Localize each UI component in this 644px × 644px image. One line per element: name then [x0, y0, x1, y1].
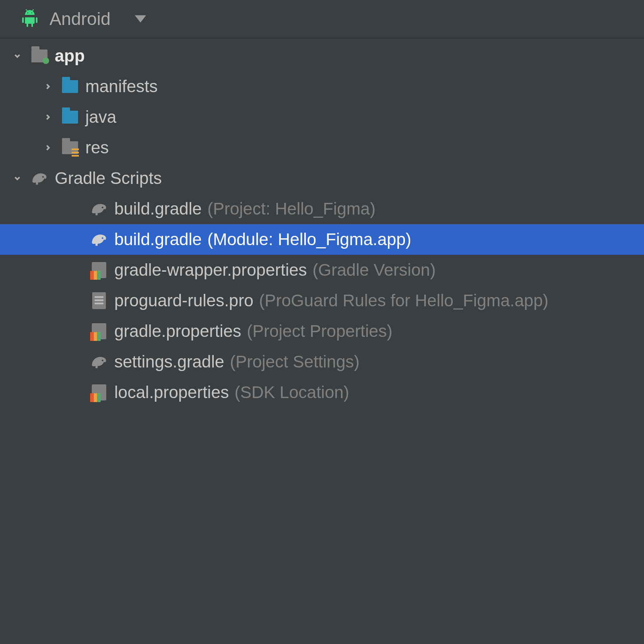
tree-node-gradle-file[interactable]: build.gradle(Module: Hello_Figma.app) — [0, 224, 644, 255]
chevron-down-icon[interactable] — [13, 52, 22, 60]
properties-icon — [90, 261, 108, 279]
folder-icon — [61, 78, 79, 95]
tree-label: build.gradle — [114, 199, 202, 219]
chevron-right-icon[interactable] — [43, 143, 52, 152]
project-tree: app manifests java res Gradle Scripts — [0, 38, 644, 408]
folder-icon — [61, 108, 79, 126]
tree-label: res — [85, 138, 109, 157]
tree-label-suffix: (Project: Hello_Figma) — [207, 199, 376, 219]
dropdown-arrow-icon[interactable] — [135, 15, 146, 23]
chevron-down-icon[interactable] — [13, 174, 22, 183]
tree-label: manifests — [85, 77, 158, 96]
properties-icon — [90, 384, 108, 401]
tree-label-suffix: (Gradle Version) — [313, 260, 436, 280]
properties-icon — [90, 322, 108, 340]
tree-node-gradle-file[interactable]: gradle-wrapper.properties(Gradle Version… — [0, 255, 644, 285]
chevron-right-icon[interactable] — [43, 113, 52, 122]
project-view-title: Android — [50, 9, 111, 29]
resources-folder-icon — [61, 139, 79, 157]
tree-label: proguard-rules.pro — [114, 291, 254, 310]
tree-node-gradle-file[interactable]: proguard-rules.pro(ProGuard Rules for He… — [0, 285, 644, 316]
project-view-header[interactable]: Android — [0, 0, 644, 38]
elephant-icon — [90, 231, 108, 248]
elephant-icon — [90, 353, 108, 371]
elephant-icon — [90, 200, 108, 218]
gradle-files-container: build.gradle(Project: Hello_Figma)build.… — [0, 194, 644, 408]
svg-point-2 — [102, 237, 103, 239]
module-folder-icon — [31, 47, 48, 65]
tree-label: gradle.properties — [114, 322, 241, 341]
tree-label-suffix: (Project Settings) — [230, 352, 359, 372]
tree-label: settings.gradle — [114, 352, 224, 372]
tree-node-java[interactable]: java — [0, 102, 644, 132]
tree-node-gradle-file[interactable]: build.gradle(Project: Hello_Figma) — [0, 194, 644, 224]
chevron-right-icon[interactable] — [43, 82, 52, 91]
tree-label-suffix: (SDK Location) — [235, 383, 349, 402]
tree-node-res[interactable]: res — [0, 132, 644, 163]
tree-node-manifests[interactable]: manifests — [0, 71, 644, 102]
tree-label: Gradle Scripts — [55, 169, 162, 188]
svg-point-3 — [102, 359, 103, 361]
tree-label: app — [55, 46, 85, 66]
android-icon — [20, 9, 39, 29]
tree-label: build.gradle — [114, 230, 202, 249]
svg-point-1 — [102, 206, 103, 208]
tree-label-suffix: (Project Properties) — [247, 322, 392, 341]
tree-label: java — [85, 107, 116, 127]
svg-point-0 — [42, 176, 44, 178]
tree-label: local.properties — [114, 383, 229, 402]
textfile-icon — [90, 292, 108, 310]
tree-label-suffix: (Module: Hello_Figma.app) — [207, 230, 411, 249]
tree-node-app[interactable]: app — [0, 41, 644, 71]
tree-node-gradle-file[interactable]: settings.gradle(Project Settings) — [0, 347, 644, 377]
tree-node-gradle-scripts[interactable]: Gradle Scripts — [0, 163, 644, 194]
tree-label-suffix: (ProGuard Rules for Hello_Figma.app) — [259, 291, 549, 310]
tree-node-gradle-file[interactable]: local.properties(SDK Location) — [0, 377, 644, 408]
tree-node-gradle-file[interactable]: gradle.properties(Project Properties) — [0, 316, 644, 347]
elephant-icon — [31, 169, 48, 187]
tree-label: gradle-wrapper.properties — [114, 260, 307, 280]
